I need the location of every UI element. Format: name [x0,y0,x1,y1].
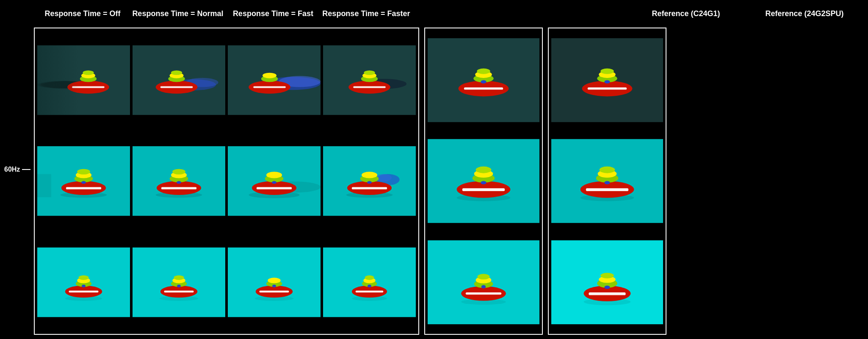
svg-point-53 [266,172,282,178]
svg-point-63 [367,181,372,184]
svg-point-132 [604,181,610,184]
cell-r2-c4 [323,132,416,230]
svg-point-46 [177,181,181,184]
svg-point-79 [177,284,181,287]
svg-rect-113 [466,292,501,295]
header-col2: Response Time = Normal [129,9,227,18]
svg-point-140 [604,286,610,289]
svg-point-22 [263,73,276,78]
svg-rect-136 [589,292,625,295]
svg-point-93 [365,275,374,280]
cell-r1-c4 [323,31,416,129]
svg-point-54 [272,181,276,184]
svg-point-45 [172,169,185,175]
svg-rect-90 [356,291,384,292]
cell-r2-c1 [37,132,130,230]
svg-rect-38 [37,174,51,197]
svg-point-123 [600,68,614,74]
svg-rect-42 [161,187,196,189]
svg-rect-51 [257,187,292,189]
svg-point-139 [600,272,614,278]
cell-r3-c1 [37,233,130,331]
svg-point-117 [481,285,486,288]
cell-r1-c1 [37,31,130,129]
hz-text: 60Hz [4,166,20,173]
svg-point-101 [481,80,486,83]
svg-rect-33 [66,187,101,189]
cell-r3-c2 [133,233,225,331]
right-panel-c24g1 [424,28,543,335]
header-col5: Reference (C24G1) [627,9,745,18]
svg-point-109 [481,181,486,184]
svg-rect-75 [164,291,194,292]
right-panel-24g2spu [548,28,666,335]
ref1-r2 [428,132,539,230]
svg-rect-20 [253,86,286,88]
svg-rect-26 [353,86,386,88]
svg-point-62 [362,172,377,178]
svg-point-36 [77,169,90,175]
ref2-r3 [551,233,663,331]
svg-rect-97 [464,87,503,89]
svg-point-78 [174,275,184,280]
svg-rect-83 [259,291,289,292]
header-row: Response Time = Off Response Time = Norm… [0,0,868,28]
hz-label: 60Hz [4,166,30,173]
cell-r2-c3 [228,132,321,230]
ref1-r1 [428,31,539,129]
svg-point-71 [82,284,86,287]
header-col1: Response Time = Off [36,9,129,18]
svg-point-100 [477,68,490,74]
svg-rect-105 [462,189,505,192]
cell-r3-c4 [323,233,416,331]
panel-gap2 [543,28,548,335]
svg-rect-120 [588,87,627,89]
svg-rect-12 [160,86,193,88]
cell-r1-c3 [228,31,321,129]
svg-point-86 [272,284,276,287]
cell-r3-c3 [228,233,321,331]
svg-point-29 [364,70,375,75]
cell-r2-c2 [133,132,225,230]
header-col4: Response Time = Faster [320,9,413,18]
svg-rect-67 [69,291,98,292]
left-panel [34,28,419,335]
svg-point-124 [604,80,610,83]
svg-point-6 [83,70,94,75]
ref1-r3 [428,233,539,331]
svg-rect-128 [586,189,628,192]
svg-rect-7 [37,45,79,115]
cell-r1-c2 [133,31,225,129]
svg-point-94 [368,284,371,287]
ref2-r2 [551,132,663,230]
svg-point-85 [268,278,281,283]
panel-gap [419,28,424,335]
ref2-r1 [551,31,663,129]
svg-point-116 [477,274,489,279]
svg-rect-60 [352,187,387,189]
svg-point-108 [476,167,492,173]
svg-point-70 [78,275,88,280]
hz-line-icon [22,169,30,170]
svg-point-131 [600,167,615,173]
svg-point-37 [81,181,86,184]
svg-point-15 [171,70,182,75]
header-col3: Response Time = Fast [227,9,320,18]
header-col6: Reference (24G2SPU) [745,9,864,18]
